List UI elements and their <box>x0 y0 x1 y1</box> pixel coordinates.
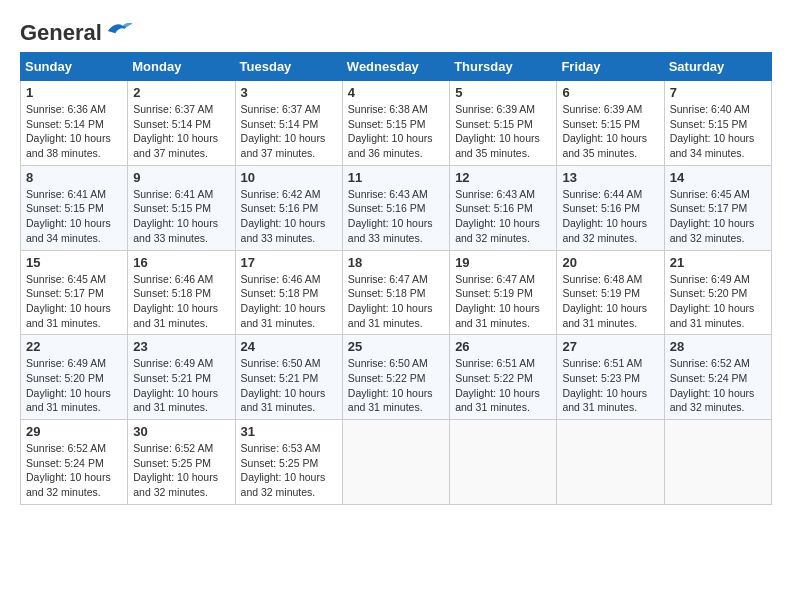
day-number: 7 <box>670 85 766 100</box>
day-info: Sunrise: 6:42 AMSunset: 5:16 PMDaylight:… <box>241 187 337 246</box>
day-info: Sunrise: 6:48 AMSunset: 5:19 PMDaylight:… <box>562 272 658 331</box>
weekday-header-wednesday: Wednesday <box>342 53 449 81</box>
calendar-cell: 29Sunrise: 6:52 AMSunset: 5:24 PMDayligh… <box>21 420 128 505</box>
calendar-cell: 2Sunrise: 6:37 AMSunset: 5:14 PMDaylight… <box>128 81 235 166</box>
day-number: 22 <box>26 339 122 354</box>
day-number: 25 <box>348 339 444 354</box>
page-header: General <box>20 20 772 42</box>
day-number: 31 <box>241 424 337 439</box>
calendar-cell: 6Sunrise: 6:39 AMSunset: 5:15 PMDaylight… <box>557 81 664 166</box>
weekday-header-friday: Friday <box>557 53 664 81</box>
day-number: 16 <box>133 255 229 270</box>
calendar-header-row: SundayMondayTuesdayWednesdayThursdayFrid… <box>21 53 772 81</box>
day-number: 27 <box>562 339 658 354</box>
day-info: Sunrise: 6:49 AMSunset: 5:20 PMDaylight:… <box>670 272 766 331</box>
day-info: Sunrise: 6:52 AMSunset: 5:24 PMDaylight:… <box>670 356 766 415</box>
day-info: Sunrise: 6:40 AMSunset: 5:15 PMDaylight:… <box>670 102 766 161</box>
day-info: Sunrise: 6:49 AMSunset: 5:20 PMDaylight:… <box>26 356 122 415</box>
day-number: 15 <box>26 255 122 270</box>
calendar-cell: 18Sunrise: 6:47 AMSunset: 5:18 PMDayligh… <box>342 250 449 335</box>
day-info: Sunrise: 6:46 AMSunset: 5:18 PMDaylight:… <box>241 272 337 331</box>
calendar-cell: 28Sunrise: 6:52 AMSunset: 5:24 PMDayligh… <box>664 335 771 420</box>
day-info: Sunrise: 6:52 AMSunset: 5:25 PMDaylight:… <box>133 441 229 500</box>
day-info: Sunrise: 6:53 AMSunset: 5:25 PMDaylight:… <box>241 441 337 500</box>
day-number: 20 <box>562 255 658 270</box>
calendar-cell: 14Sunrise: 6:45 AMSunset: 5:17 PMDayligh… <box>664 165 771 250</box>
logo-bird-icon <box>104 19 134 39</box>
day-info: Sunrise: 6:38 AMSunset: 5:15 PMDaylight:… <box>348 102 444 161</box>
calendar-cell: 20Sunrise: 6:48 AMSunset: 5:19 PMDayligh… <box>557 250 664 335</box>
calendar-table: SundayMondayTuesdayWednesdayThursdayFrid… <box>20 52 772 505</box>
calendar-week-1: 1Sunrise: 6:36 AMSunset: 5:14 PMDaylight… <box>21 81 772 166</box>
day-info: Sunrise: 6:37 AMSunset: 5:14 PMDaylight:… <box>133 102 229 161</box>
logo-general: General <box>20 20 102 46</box>
day-number: 13 <box>562 170 658 185</box>
calendar-cell: 9Sunrise: 6:41 AMSunset: 5:15 PMDaylight… <box>128 165 235 250</box>
calendar-week-2: 8Sunrise: 6:41 AMSunset: 5:15 PMDaylight… <box>21 165 772 250</box>
calendar-cell: 30Sunrise: 6:52 AMSunset: 5:25 PMDayligh… <box>128 420 235 505</box>
calendar-cell <box>557 420 664 505</box>
day-info: Sunrise: 6:50 AMSunset: 5:21 PMDaylight:… <box>241 356 337 415</box>
day-info: Sunrise: 6:50 AMSunset: 5:22 PMDaylight:… <box>348 356 444 415</box>
day-number: 10 <box>241 170 337 185</box>
day-info: Sunrise: 6:43 AMSunset: 5:16 PMDaylight:… <box>455 187 551 246</box>
weekday-header-thursday: Thursday <box>450 53 557 81</box>
calendar-cell: 23Sunrise: 6:49 AMSunset: 5:21 PMDayligh… <box>128 335 235 420</box>
day-number: 9 <box>133 170 229 185</box>
calendar-cell <box>342 420 449 505</box>
day-number: 12 <box>455 170 551 185</box>
day-number: 1 <box>26 85 122 100</box>
day-number: 11 <box>348 170 444 185</box>
day-number: 14 <box>670 170 766 185</box>
day-number: 28 <box>670 339 766 354</box>
calendar-cell: 7Sunrise: 6:40 AMSunset: 5:15 PMDaylight… <box>664 81 771 166</box>
day-number: 30 <box>133 424 229 439</box>
calendar-cell <box>664 420 771 505</box>
day-info: Sunrise: 6:46 AMSunset: 5:18 PMDaylight:… <box>133 272 229 331</box>
day-info: Sunrise: 6:51 AMSunset: 5:23 PMDaylight:… <box>562 356 658 415</box>
weekday-header-saturday: Saturday <box>664 53 771 81</box>
day-number: 18 <box>348 255 444 270</box>
day-info: Sunrise: 6:39 AMSunset: 5:15 PMDaylight:… <box>562 102 658 161</box>
calendar-cell: 27Sunrise: 6:51 AMSunset: 5:23 PMDayligh… <box>557 335 664 420</box>
calendar-cell: 22Sunrise: 6:49 AMSunset: 5:20 PMDayligh… <box>21 335 128 420</box>
calendar-cell: 21Sunrise: 6:49 AMSunset: 5:20 PMDayligh… <box>664 250 771 335</box>
calendar-cell <box>450 420 557 505</box>
day-number: 21 <box>670 255 766 270</box>
weekday-header-monday: Monday <box>128 53 235 81</box>
day-number: 17 <box>241 255 337 270</box>
day-info: Sunrise: 6:44 AMSunset: 5:16 PMDaylight:… <box>562 187 658 246</box>
day-number: 23 <box>133 339 229 354</box>
day-info: Sunrise: 6:45 AMSunset: 5:17 PMDaylight:… <box>26 272 122 331</box>
weekday-header-tuesday: Tuesday <box>235 53 342 81</box>
day-info: Sunrise: 6:37 AMSunset: 5:14 PMDaylight:… <box>241 102 337 161</box>
day-info: Sunrise: 6:52 AMSunset: 5:24 PMDaylight:… <box>26 441 122 500</box>
day-number: 29 <box>26 424 122 439</box>
calendar-cell: 13Sunrise: 6:44 AMSunset: 5:16 PMDayligh… <box>557 165 664 250</box>
day-info: Sunrise: 6:47 AMSunset: 5:18 PMDaylight:… <box>348 272 444 331</box>
calendar-cell: 4Sunrise: 6:38 AMSunset: 5:15 PMDaylight… <box>342 81 449 166</box>
calendar-cell: 12Sunrise: 6:43 AMSunset: 5:16 PMDayligh… <box>450 165 557 250</box>
calendar-cell: 15Sunrise: 6:45 AMSunset: 5:17 PMDayligh… <box>21 250 128 335</box>
day-info: Sunrise: 6:39 AMSunset: 5:15 PMDaylight:… <box>455 102 551 161</box>
day-number: 8 <box>26 170 122 185</box>
day-info: Sunrise: 6:49 AMSunset: 5:21 PMDaylight:… <box>133 356 229 415</box>
day-number: 2 <box>133 85 229 100</box>
day-info: Sunrise: 6:41 AMSunset: 5:15 PMDaylight:… <box>26 187 122 246</box>
day-info: Sunrise: 6:47 AMSunset: 5:19 PMDaylight:… <box>455 272 551 331</box>
day-info: Sunrise: 6:36 AMSunset: 5:14 PMDaylight:… <box>26 102 122 161</box>
day-number: 6 <box>562 85 658 100</box>
calendar-cell: 16Sunrise: 6:46 AMSunset: 5:18 PMDayligh… <box>128 250 235 335</box>
day-number: 24 <box>241 339 337 354</box>
calendar-cell: 25Sunrise: 6:50 AMSunset: 5:22 PMDayligh… <box>342 335 449 420</box>
calendar-week-4: 22Sunrise: 6:49 AMSunset: 5:20 PMDayligh… <box>21 335 772 420</box>
calendar-cell: 5Sunrise: 6:39 AMSunset: 5:15 PMDaylight… <box>450 81 557 166</box>
calendar-week-5: 29Sunrise: 6:52 AMSunset: 5:24 PMDayligh… <box>21 420 772 505</box>
day-info: Sunrise: 6:43 AMSunset: 5:16 PMDaylight:… <box>348 187 444 246</box>
calendar-cell: 17Sunrise: 6:46 AMSunset: 5:18 PMDayligh… <box>235 250 342 335</box>
calendar-cell: 8Sunrise: 6:41 AMSunset: 5:15 PMDaylight… <box>21 165 128 250</box>
day-info: Sunrise: 6:41 AMSunset: 5:15 PMDaylight:… <box>133 187 229 246</box>
day-number: 19 <box>455 255 551 270</box>
calendar-cell: 19Sunrise: 6:47 AMSunset: 5:19 PMDayligh… <box>450 250 557 335</box>
day-number: 5 <box>455 85 551 100</box>
